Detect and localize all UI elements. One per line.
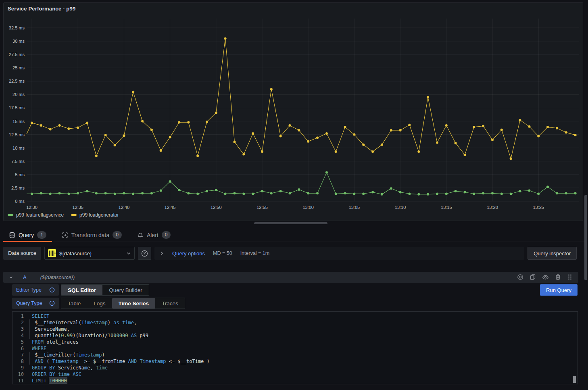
svg-text:12:35: 12:35 (72, 205, 83, 210)
sql-code-editor[interactable]: 1SELECT2 $__timeInterval(Timestamp) as t… (12, 311, 578, 384)
editor-type-label-chip: Editor Type (12, 284, 59, 296)
svg-text:32.5 ms: 32.5 ms (9, 25, 25, 30)
option-sql-editor[interactable]: SQL Editor (61, 285, 102, 295)
info-icon[interactable] (49, 287, 55, 293)
svg-text:13:25: 13:25 (533, 205, 544, 210)
code-line-10[interactable]: 10ORDER BY time ASC (13, 371, 578, 377)
hide-response-eye-icon[interactable] (542, 274, 549, 281)
code-line-5[interactable]: 5FROM otel_traces (13, 339, 578, 345)
code-line-2[interactable]: 2 $__timeInterval(Timestamp) as time, (13, 319, 578, 326)
transform-count-badge: 0 (113, 231, 122, 239)
code-line-7[interactable]: 7 $__timeFilter(Timestamp) (13, 352, 578, 358)
svg-text:5 ms: 5 ms (15, 172, 25, 177)
series-p99-featureflagservice (27, 171, 577, 196)
line-number: 9 (13, 365, 24, 371)
svg-text:12:45: 12:45 (165, 205, 176, 210)
query-type-label: Query Type (16, 300, 42, 306)
svg-text:13:00: 13:00 (302, 205, 314, 210)
option-logs[interactable]: Logs (87, 298, 112, 309)
option-time-series[interactable]: Time Series (112, 298, 156, 309)
svg-text:13:20: 13:20 (487, 205, 498, 210)
chevron-down-icon (126, 251, 131, 256)
code-line-9[interactable]: 9GROUP BY ServiceName, time (13, 365, 578, 371)
datasource-help-button[interactable] (138, 247, 151, 260)
svg-text:13:05: 13:05 (349, 205, 360, 210)
code-line-8[interactable]: 8 AND ( Timestamp >= $__fromTime AND Tim… (13, 358, 578, 365)
chart-gridlines (27, 19, 579, 201)
svg-text:13:15: 13:15 (441, 205, 452, 210)
editor-tabs: Query 1 Transform data 0 Alert 0 (3, 228, 585, 242)
svg-text:17.5 ms: 17.5 ms (9, 105, 25, 110)
query-options-bar[interactable]: Query options MD = 50 Interval = 1m (154, 247, 524, 260)
legend-label: p99 loadgenerator (79, 212, 119, 218)
delete-query-trash-icon[interactable] (555, 274, 561, 281)
query-row-header[interactable]: A (${datasource}) (3, 272, 578, 283)
svg-text:13:10: 13:10 (395, 205, 406, 210)
run-query-button[interactable]: Run Query (540, 284, 578, 296)
timeseries-chart[interactable]: 0 ms2.5 ms5 ms7.5 ms10 ms12.5 ms15 ms17.… (4, 3, 584, 221)
record-query-icon[interactable] (517, 274, 523, 281)
svg-text:12.5 ms: 12.5 ms (9, 132, 25, 137)
duplicate-query-icon[interactable] (530, 274, 536, 281)
option-query-builder[interactable]: Query Builder (102, 285, 149, 295)
clickhouse-datasource-icon (48, 249, 56, 257)
line-number: 10 (13, 371, 24, 377)
legend-swatch (71, 214, 77, 216)
svg-text:30 ms: 30 ms (13, 39, 25, 44)
horizontal-scrollbar[interactable] (254, 222, 327, 224)
chart-legend: p99 featureflagservicep99 loadgenerator (8, 212, 119, 218)
grafana-panel-edit-view: Service Performance - p99 0 ms2.5 ms5 ms… (0, 0, 588, 390)
query-options-toggle[interactable]: Query options (172, 250, 205, 257)
code-line-11[interactable]: 11LIMIT 100000 (13, 377, 578, 384)
line-number: 8 (13, 358, 24, 365)
query-type-label-chip: Query Type (12, 298, 59, 309)
database-icon (9, 232, 15, 238)
chart-axis-labels: 0 ms2.5 ms5 ms7.5 ms10 ms12.5 ms15 ms17.… (9, 25, 544, 210)
line-number: 6 (13, 345, 24, 352)
line-number: 3 (13, 326, 24, 332)
page-scrollbar[interactable] (584, 195, 587, 280)
code-line-3[interactable]: 3 ServiceName, (13, 326, 578, 332)
query-toolbar: Data source ${datasource} Query options … (3, 247, 577, 260)
drag-handle-icon[interactable] (567, 274, 573, 281)
query-inspector-button[interactable]: Query inspector (528, 247, 577, 260)
line-number: 11 (13, 377, 24, 384)
tab-label: Transform data (71, 232, 109, 238)
code-line-6[interactable]: 6WHERE (13, 345, 578, 352)
legend-item-p99-featureflagservice[interactable]: p99 featureflagservice (8, 212, 64, 218)
timeseries-panel: Service Performance - p99 0 ms2.5 ms5 ms… (3, 2, 583, 221)
editor-type-selector: SQL EditorQuery Builder (61, 284, 149, 296)
query-type-selector: TableLogsTime SeriesTraces (61, 298, 185, 309)
code-line-4[interactable]: 4 quantile(0.99)(Duration)/1000000 AS p9… (13, 332, 578, 339)
series-p99-loadgenerator (27, 38, 577, 160)
line-number: 1 (13, 313, 24, 319)
option-table[interactable]: Table (61, 298, 87, 309)
svg-text:12:55: 12:55 (256, 205, 268, 210)
chevron-right-icon (159, 251, 164, 256)
svg-text:10 ms: 10 ms (13, 146, 25, 150)
query-type-row: Query Type TableLogsTime SeriesTraces (12, 298, 185, 309)
option-traces[interactable]: Traces (155, 298, 185, 309)
svg-text:15 ms: 15 ms (13, 119, 25, 124)
code-line-1[interactable]: 1SELECT (13, 313, 578, 319)
chevron-down-icon[interactable] (9, 275, 13, 279)
legend-item-p99-loadgenerator[interactable]: p99 loadgenerator (71, 212, 119, 218)
svg-text:12:30: 12:30 (26, 205, 38, 210)
legend-label: p99 featureflagservice (16, 212, 64, 218)
svg-text:0 ms: 0 ms (15, 199, 25, 204)
info-icon[interactable] (49, 300, 55, 306)
datasource-label: Data source (3, 247, 41, 260)
tab-query[interactable]: Query 1 (3, 228, 52, 242)
tab-label: Query (19, 232, 34, 238)
datasource-picker[interactable]: ${datasource} (44, 247, 135, 260)
datasource-value: ${datasource} (59, 250, 123, 257)
legend-swatch (8, 214, 13, 216)
svg-text:12:50: 12:50 (211, 205, 222, 210)
line-number: 7 (13, 352, 24, 358)
tab-transform-data[interactable]: Transform data 0 (56, 228, 127, 242)
query-ref-id: A (23, 274, 27, 280)
editor-overview-ruler-mark (573, 376, 576, 383)
tab-alert[interactable]: Alert 0 (131, 228, 176, 242)
svg-text:25 ms: 25 ms (13, 65, 25, 70)
query-count-badge: 1 (37, 231, 46, 239)
